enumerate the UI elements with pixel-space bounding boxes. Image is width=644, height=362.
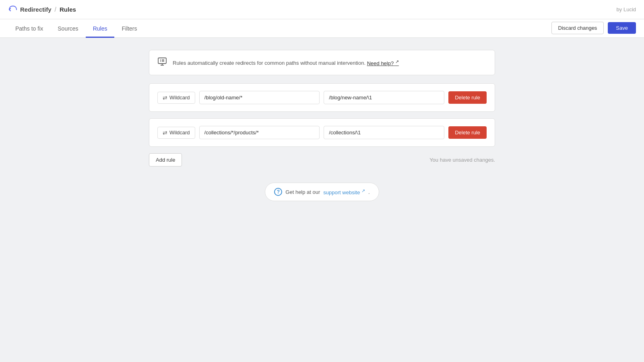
wildcard-badge-2[interactable]: ⇄ Wildcard — [157, 127, 195, 139]
support-website-link[interactable]: support website ↗ — [323, 188, 365, 195]
app-logo[interactable]: Redirectify — [8, 5, 52, 14]
by-lucid-label: by Lucid — [617, 6, 636, 12]
nav-actions: Discard changes Save — [551, 22, 636, 37]
tab-filters[interactable]: Filters — [114, 21, 144, 38]
breadcrumb: Redirectify / Rules — [8, 5, 76, 14]
unsaved-changes-text: You have unsaved changes. — [429, 157, 495, 163]
top-bar: Redirectify / Rules by Lucid — [0, 0, 644, 19]
tab-paths-to-fix[interactable]: Paths to fix — [8, 21, 50, 38]
help-pill: ? Get help at our support website ↗ . — [265, 183, 379, 201]
swap-icon-2: ⇄ — [163, 130, 167, 136]
tab-rules[interactable]: Rules — [86, 21, 115, 38]
nav-bar: Paths to fix Sources Rules Filters Disca… — [0, 19, 644, 38]
breadcrumb-separator: / — [55, 6, 56, 13]
help-section: ? Get help at our support website ↗ . — [149, 183, 495, 201]
banner-text: Rules automatically create redirects for… — [173, 59, 399, 66]
main-content: Rules automatically create redirects for… — [141, 38, 503, 213]
help-text: Get help at our — [285, 189, 320, 195]
app-name: Redirectify — [20, 6, 52, 13]
page-title: Rules — [60, 6, 76, 13]
discard-changes-button[interactable]: Discard changes — [551, 22, 604, 34]
logo-icon — [8, 5, 18, 14]
bottom-row: Add rule You have unsaved changes. — [149, 153, 495, 167]
help-suffix: . — [368, 189, 370, 195]
svg-rect-0 — [158, 58, 166, 64]
rule-destination-input-2[interactable] — [324, 126, 444, 139]
delete-rule-button-2[interactable]: Delete rule — [448, 126, 487, 139]
question-icon: ? — [274, 188, 282, 196]
rule-destination-input-1[interactable] — [324, 91, 444, 104]
banner-icon — [157, 57, 167, 68]
wildcard-label-2: Wildcard — [169, 130, 190, 136]
rule-source-input-2[interactable] — [199, 126, 320, 139]
tab-sources[interactable]: Sources — [50, 21, 85, 38]
rule-card-1: ⇄ Wildcard Delete rule — [149, 83, 495, 112]
info-banner: Rules automatically create redirects for… — [149, 50, 495, 75]
rule-source-input-1[interactable] — [199, 91, 320, 104]
swap-icon-1: ⇄ — [163, 95, 167, 101]
rule-card-2: ⇄ Wildcard Delete rule — [149, 118, 495, 147]
save-button[interactable]: Save — [608, 22, 636, 34]
add-rule-button[interactable]: Add rule — [149, 153, 182, 167]
need-help-link[interactable]: Need help? ↗ — [367, 60, 399, 66]
wildcard-badge-1[interactable]: ⇄ Wildcard — [157, 92, 195, 104]
wildcard-label-1: Wildcard — [169, 95, 190, 101]
delete-rule-button-1[interactable]: Delete rule — [448, 91, 487, 104]
